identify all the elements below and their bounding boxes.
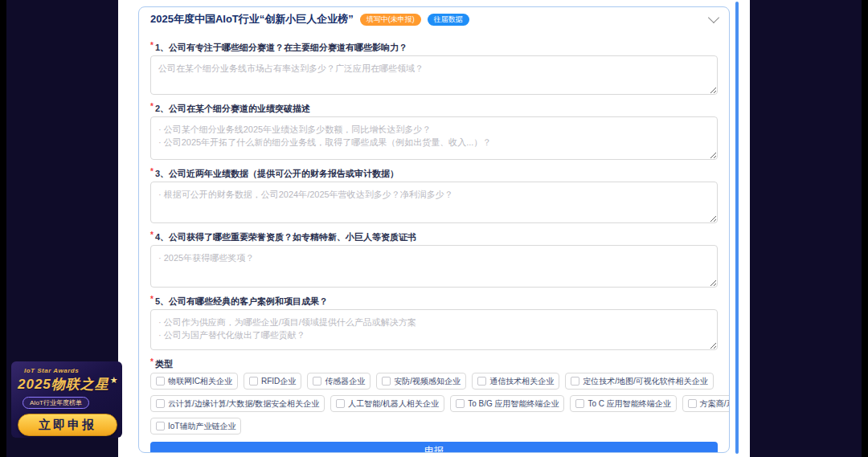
type-options-row-3: IoT辅助产业链企业 — [150, 418, 718, 435]
type-option-label: 定位技术/地图/可视化软件相关企业 — [583, 376, 708, 386]
required-marker: * — [150, 167, 154, 176]
question-4: *4、公司获得了哪些重要荣誉资质？如专精特新、小巨人等资质证书 — [150, 232, 718, 288]
type-section: *类型 物联网IC相关企业 RFID企业 传感器企业 安防/视频感知企业 通信技… — [150, 359, 718, 435]
required-marker: * — [150, 231, 154, 239]
question-1-label: *1、公司有专注于哪些细分赛道？在主要细分赛道有哪些影响力？ — [150, 43, 718, 53]
checkbox-icon — [156, 422, 165, 430]
type-option-label: 人工智能/机器人相关企业 — [348, 398, 439, 409]
question-2: *2、公司在某个细分赛道的业绩突破描述 — [150, 104, 718, 160]
submit-button[interactable]: 申报 — [150, 442, 718, 453]
required-marker: * — [150, 295, 154, 304]
vertical-scrollbar[interactable] — [735, 2, 739, 454]
required-marker: * — [150, 102, 154, 111]
question-2-textarea[interactable] — [150, 116, 718, 160]
checkbox-icon — [249, 377, 258, 386]
type-option-ai-robot[interactable]: 人工智能/机器人相关企业 — [330, 395, 444, 412]
form-header: 2025年度中国AIoT行业“创新小巨人企业榜” 填写中(未申报) 往届数据 — [150, 13, 718, 26]
type-option-label: 物联网IC相关企业 — [168, 376, 232, 386]
question-2-label: *2、公司在某个细分赛道的业绩突破描述 — [150, 104, 718, 114]
question-5-textarea[interactable] — [150, 309, 718, 350]
application-form-card: 2025年度中国AIoT行业“创新小巨人企业榜” 填写中(未申报) 往届数据 *… — [138, 6, 730, 453]
checkbox-icon — [313, 377, 321, 386]
chevron-down-icon[interactable] — [708, 12, 719, 23]
checkbox-icon — [575, 399, 584, 408]
question-3-text: 3、公司近两年业绩数据（提供可公开的财务报告或审计数据） — [155, 169, 399, 178]
required-marker: * — [150, 41, 154, 50]
checkbox-icon — [688, 399, 697, 408]
type-option-iot-auxiliary[interactable]: IoT辅助产业链企业 — [150, 418, 241, 435]
type-option-label: 云计算/边缘计算/大数据/数据安全相关企业 — [168, 398, 319, 409]
type-option-label: To B/G 应用智能终端企业 — [468, 398, 559, 409]
checkbox-icon — [571, 377, 579, 386]
type-option-positioning-map[interactable]: 定位技术/地图/可视化软件相关企业 — [565, 373, 714, 390]
type-option-label: 传感器企业 — [325, 376, 365, 386]
checkbox-icon — [477, 377, 486, 386]
type-options-row-1: 物联网IC相关企业 RFID企业 传感器企业 安防/视频感知企业 通信技术相关企… — [150, 373, 718, 390]
type-option-label: IoT辅助产业链企业 — [168, 421, 235, 431]
type-section-label: *类型 — [150, 359, 718, 369]
checkbox-icon — [336, 399, 345, 408]
promo-title-text: 2025物联之星 — [18, 377, 109, 392]
question-4-label: *4、公司获得了哪些重要荣誉资质？如专精特新、小巨人等资质证书 — [150, 232, 718, 243]
type-option-label: To C 应用智能终端企业 — [588, 398, 670, 409]
star-icon: ★ — [110, 375, 119, 385]
question-4-textarea[interactable] — [150, 245, 718, 288]
question-2-text: 2、公司在某个细分赛道的业绩突破描述 — [155, 104, 310, 113]
type-options-row-2: 云计算/边缘计算/大数据/数据安全相关企业 人工智能/机器人相关企业 To B/… — [150, 395, 718, 412]
type-option-sensor[interactable]: 传感器企业 — [307, 373, 371, 390]
type-option-integrator[interactable]: 方案商/系统集成商 — [682, 395, 730, 412]
type-option-label: 通信技术相关企业 — [489, 376, 554, 386]
promo-widget[interactable]: IoT Star Awards 2025物联之星★ AIoT行业年度榜单 立即申… — [11, 361, 122, 438]
question-3: *3、公司近两年业绩数据（提供可公开的财务报告或审计数据） — [150, 169, 718, 223]
history-data-badge[interactable]: 往届数据 — [428, 14, 469, 26]
checkbox-icon — [156, 399, 165, 408]
question-3-label: *3、公司近两年业绩数据（提供可公开的财务报告或审计数据） — [150, 169, 718, 179]
type-option-label: RFID企业 — [261, 376, 296, 386]
type-option-toc-terminal[interactable]: To C 应用智能终端企业 — [570, 395, 676, 412]
checkbox-icon — [156, 377, 165, 386]
question-1-textarea[interactable] — [150, 55, 718, 95]
question-5-text: 5、公司有哪些经典的客户案例和项目成果？ — [155, 296, 328, 306]
question-5-label: *5、公司有哪些经典的客户案例和项目成果？ — [150, 296, 718, 307]
question-1: *1、公司有专注于哪些细分赛道？在主要细分赛道有哪些影响力？ — [150, 43, 718, 95]
type-option-rfid[interactable]: RFID企业 — [244, 373, 301, 390]
promo-subtitle-pill: AIoT行业年度榜单 — [23, 397, 89, 409]
question-5: *5、公司有哪些经典的客户案例和项目成果？ — [150, 296, 718, 350]
question-3-textarea[interactable] — [150, 182, 718, 223]
form-title: 2025年度中国AIoT行业“创新小巨人企业榜” — [150, 13, 354, 26]
type-option-label: 安防/视频感知企业 — [394, 376, 461, 386]
question-1-text: 1、公司有专注于哪些细分赛道？在主要细分赛道有哪些影响力？ — [155, 43, 407, 52]
type-option-communication[interactable]: 通信技术相关企业 — [472, 373, 559, 390]
type-label-text: 类型 — [155, 359, 173, 369]
status-badge: 填写中(未申报) — [360, 14, 421, 26]
type-option-label: 方案商/系统集成商 — [700, 398, 730, 409]
type-option-cloud-bigdata[interactable]: 云计算/边缘计算/大数据/数据安全相关企业 — [150, 395, 325, 412]
checkbox-icon — [456, 399, 465, 408]
question-4-text: 4、公司获得了哪些重要荣誉资质？如专精特新、小巨人等资质证书 — [155, 232, 416, 242]
type-option-tobg-terminal[interactable]: To B/G 应用智能终端企业 — [450, 395, 564, 412]
checkbox-icon — [382, 377, 391, 386]
required-marker: * — [150, 357, 154, 366]
type-option-security-video[interactable]: 安防/视频感知企业 — [376, 373, 466, 390]
type-option-iot-ic[interactable]: 物联网IC相关企业 — [150, 373, 238, 390]
promo-eyebrow: IoT Star Awards — [24, 367, 116, 374]
apply-now-button[interactable]: 立即申报 — [18, 414, 117, 436]
promo-title: 2025物联之星★ — [18, 375, 116, 394]
